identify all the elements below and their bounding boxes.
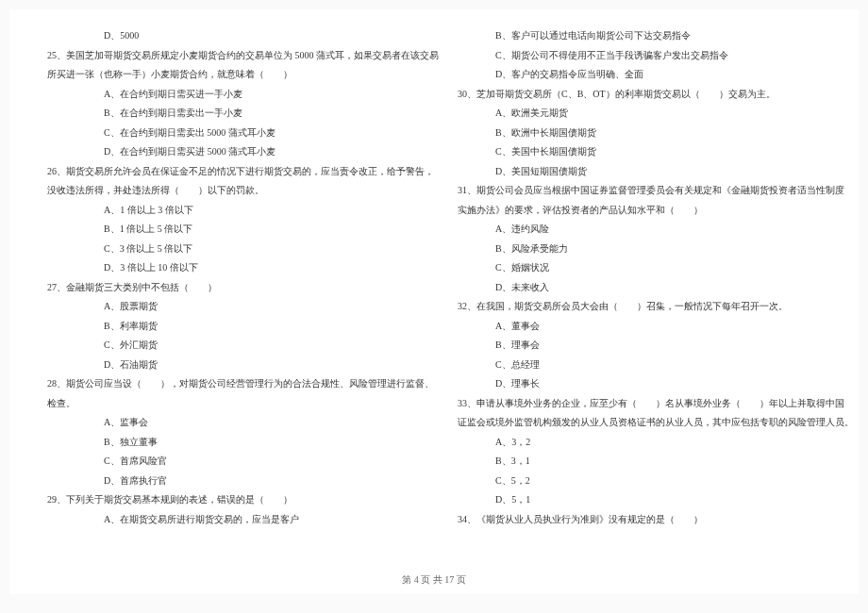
text-line: B、风险承受能力 (458, 240, 854, 259)
text-line: B、欧洲中长期国债期货 (458, 124, 854, 143)
text-line: 26、期货交易所允许会员在保证金不足的情况下进行期货交易的，应当责令改正，给予警… (47, 162, 439, 182)
text-line: D、石油期货 (47, 356, 439, 375)
text-line: C、5，2 (458, 472, 854, 491)
text-line: A、违约风险 (458, 220, 854, 240)
text-line: B、客户可以通过电话向期货公司下达交易指令 (458, 26, 854, 46)
text-line: 没收违法所得，并处违法所得（ ）以下的罚款。 (47, 181, 439, 201)
text-line: A、股票期货 (47, 297, 439, 317)
text-line: D、理事长 (458, 374, 854, 394)
text-line: B、在合约到期日需卖出一手小麦 (47, 104, 439, 124)
text-line: C、首席风险官 (47, 452, 439, 472)
text-line: D、在合约到期日需买进 5000 蒲式耳小麦 (47, 142, 439, 162)
text-line: 31、期货公司会员应当根据中国证券监督管理委员会有关规定和《金融期货投资者适当性… (458, 181, 854, 201)
text-line: C、婚姻状况 (458, 258, 854, 278)
text-line: A、3，2 (458, 433, 854, 453)
text-line: 33、申请从事境外业务的企业，应至少有（ ）名从事境外业务（ ）年以上并取得中国 (458, 394, 854, 414)
text-line: 30、芝加哥期货交易所（C、B、OT）的利率期货交易以（ ）交易为主。 (458, 85, 854, 105)
left-column: D、500025、美国芝加哥期货交易所规定小麦期货合约的交易单位为 5000 蒲… (38, 26, 448, 589)
text-line: 检查。 (47, 394, 439, 414)
text-line: B、3，1 (458, 452, 854, 472)
text-line: B、独立董事 (47, 433, 439, 453)
text-line: A、董事会 (458, 317, 854, 337)
text-line: C、外汇期货 (47, 336, 439, 356)
text-line: A、监事会 (47, 413, 439, 433)
text-line: 25、美国芝加哥期货交易所规定小麦期货合约的交易单位为 5000 蒲式耳，如果交… (47, 46, 439, 66)
text-line: 实施办法》的要求，评估投资者的产品认知水平和（ ） (458, 201, 854, 221)
text-line: C、总经理 (458, 356, 854, 375)
text-line: 所买进一张（也称一手）小麦期货合约，就意味着（ ） (47, 65, 439, 85)
text-line: D、5000 (47, 26, 439, 46)
text-line: 34、《期货从业人员执业行为准则》没有规定的是（ ） (458, 510, 854, 530)
right-column: B、客户可以通过电话向期货公司下达交易指令C、期货公司不得使用不正当手段诱骗客户… (448, 26, 863, 589)
text-line: C、在合约到期日需卖出 5000 蒲式耳小麦 (47, 124, 439, 143)
text-line: D、客户的交易指令应当明确、全面 (458, 65, 854, 85)
text-line: 29、下列关于期货交易基本规则的表述，错误的是（ ） (47, 490, 439, 510)
text-line: D、未来收入 (458, 278, 854, 298)
text-line: B、理事会 (458, 336, 854, 356)
text-line: D、首席执行官 (47, 472, 439, 491)
document-page: D、500025、美国芝加哥期货交易所规定小麦期货合约的交易单位为 5000 蒲… (9, 9, 859, 594)
text-line: A、在合约到期日需买进一手小麦 (47, 85, 439, 105)
text-line: B、利率期货 (47, 317, 439, 337)
text-line: 28、期货公司应当设（ ），对期货公司经营管理行为的合法合规性、风险管理进行监督… (47, 374, 439, 394)
text-line: A、欧洲美元期货 (458, 104, 854, 124)
page-footer: 第 4 页 共 17 页 (9, 573, 859, 587)
text-line: C、美国中长期国债期货 (458, 142, 854, 162)
text-line: 证监会或境外监管机构颁发的从业人员资格证书的从业人员，其中应包括专职的风险管理人… (458, 413, 854, 433)
text-line: D、3 倍以上 10 倍以下 (47, 258, 439, 278)
text-line: 27、金融期货三大类别中不包括（ ） (47, 278, 439, 298)
text-line: A、1 倍以上 3 倍以下 (47, 201, 439, 221)
text-line: C、期货公司不得使用不正当手段诱骗客户发出交易指令 (458, 46, 854, 66)
text-line: C、3 倍以上 5 倍以下 (47, 240, 439, 259)
text-line: D、美国短期国债期货 (458, 162, 854, 182)
text-line: B、1 倍以上 5 倍以下 (47, 220, 439, 240)
text-line: 32、在我国，期货交易所会员大会由（ ）召集，一般情况下每年召开一次。 (458, 297, 854, 317)
text-line: D、5，1 (458, 490, 854, 510)
text-line: A、在期货交易所进行期货交易的，应当是客户 (47, 510, 439, 530)
